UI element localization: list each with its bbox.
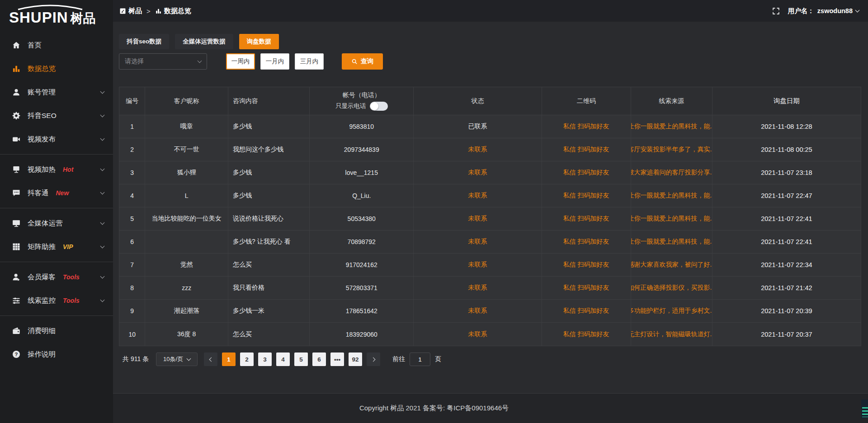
table-row: 5当地比较能吃的一位美女说说价格让我死心50534380未联系私信 扫码加好友让… <box>119 207 861 230</box>
cell-nickname: 36度 8 <box>145 323 228 346</box>
goto-page-input[interactable]: 1 <box>410 352 430 366</box>
cell-status-text: 未联系 <box>468 192 487 200</box>
cell-status-text: 未联系 <box>468 238 487 246</box>
sidebar-item-label: 操作说明 <box>28 350 56 359</box>
sidebar-item-consumption-detail[interactable]: 消费明细 <box>0 319 113 343</box>
cell-source-text[interactable]: 如何正确选择投影仪，买投影... <box>631 284 712 292</box>
page-button-2[interactable]: 2 <box>240 352 254 366</box>
query-button[interactable]: 查询 <box>342 53 383 70</box>
cell-message-text: 多少钱? 让我死心 看 <box>233 238 291 246</box>
sidebar-item-douketong[interactable]: 抖客通New <box>0 181 113 205</box>
cell-number-text: 3 <box>130 169 134 176</box>
page-button-5[interactable]: 5 <box>294 352 308 366</box>
cell-qrcode-text[interactable]: 私信 扫码加好友 <box>563 192 609 200</box>
cell-qrcode: 私信 扫码加好友 <box>542 254 631 276</box>
sidebar-item-home[interactable]: 首页 <box>0 33 113 57</box>
tab-omnimedia-data[interactable]: 全媒体运营数据 <box>175 34 233 49</box>
page-button-6[interactable]: 6 <box>312 352 326 366</box>
cell-qrcode-text[interactable]: 私信 扫码加好友 <box>563 284 609 292</box>
cell-status: 未联系 <box>414 277 542 299</box>
cell-source-text[interactable]: 让你一眼就爱上的黑科技，能... <box>631 215 712 223</box>
page-button-4[interactable]: 4 <box>276 352 290 366</box>
tab-douyin-seo-data[interactable]: 抖音seo数据 <box>119 34 169 49</box>
copyright-text: Copyright 树品 2021 备案号: 粤ICP备09019646号 <box>359 404 509 413</box>
cell-number-text: 5 <box>130 215 134 222</box>
page-more-button[interactable]: ••• <box>330 352 344 366</box>
phone-only-toggle[interactable] <box>370 102 388 111</box>
floating-widget[interactable] <box>861 400 868 418</box>
topbar: 树品 > 数据总览 用户名：zswodun88 <box>113 0 868 22</box>
chevron-down-icon <box>100 297 105 302</box>
cell-source: 让你一眼就爱上的黑科技，能... <box>631 230 712 253</box>
chevron-down-icon <box>100 89 105 94</box>
cell-message: 多少钱 <box>228 161 310 184</box>
next-page-button[interactable] <box>367 352 380 366</box>
sidebar-item-video-heat[interactable]: 视频加热Hot <box>0 158 113 181</box>
cell-status: 未联系 <box>414 138 542 161</box>
page-button-92[interactable]: 92 <box>349 352 362 366</box>
cell-source-text[interactable]: 让你一眼就爱上的黑科技，能... <box>631 238 712 246</box>
cell-source-text[interactable]: 让你一眼就爱上的黑科技，能... <box>631 192 712 200</box>
sidebar-item-video-publish[interactable]: 视频发布 <box>0 127 113 151</box>
sidebar-item-clue-monitor[interactable]: 线索监控Tools <box>0 289 113 312</box>
table-row: 1哦章多少钱9583810已联系私信 扫码加好友让你一眼就爱上的黑科技，能...… <box>119 115 861 138</box>
period-button-one-month[interactable]: 一月内 <box>260 53 289 70</box>
sidebar-item-matrix-boost[interactable]: 矩阵助推VIP <box>0 235 113 258</box>
cell-qrcode-text[interactable]: 私信 扫码加好友 <box>563 215 609 223</box>
cell-qrcode-text[interactable]: 私信 扫码加好友 <box>563 122 609 131</box>
cell-message: 怎么买 <box>228 254 310 276</box>
cell-qrcode-text[interactable]: 私信 扫码加好友 <box>563 169 609 177</box>
cell-nickname-text: 当地比较能吃的一位美女 <box>152 215 222 223</box>
sidebar-badge-tools: Tools <box>63 273 80 281</box>
cell-status-text: 未联系 <box>468 261 487 269</box>
cell-qrcode-text[interactable]: 私信 扫码加好友 <box>563 330 609 338</box>
cell-qrcode-text[interactable]: 私信 扫码加好友 <box>563 261 609 269</box>
cell-source-text[interactable]: 客厅安装投影半年多了，真实... <box>631 146 712 154</box>
cell-date-text: 2021-11-08 00:25 <box>761 146 812 153</box>
cell-account: 572803371 <box>310 277 414 299</box>
sidebar-item-operation-guide[interactable]: ?操作说明 <box>0 343 113 366</box>
sidebar-item-omnimedia-operation[interactable]: 全媒体运营 <box>0 212 113 235</box>
cell-account-text: 70898792 <box>348 238 376 245</box>
tab-inquiry-data[interactable]: 询盘数据 <box>239 34 279 49</box>
cell-source-text[interactable]: 无主灯设计，智能磁吸轨道灯... <box>631 330 712 338</box>
sidebar-item-account-management[interactable]: 账号管理 <box>0 80 113 104</box>
cell-source-text[interactable]: 让你一眼就爱上的黑科技，能... <box>631 122 712 131</box>
cell-qrcode: 私信 扫码加好友 <box>542 138 631 161</box>
cell-date-text: 2021-11-07 22:34 <box>761 261 812 268</box>
chevron-down-icon <box>100 274 105 278</box>
cell-qrcode-text[interactable]: 私信 扫码加好友 <box>563 146 609 154</box>
filter-select[interactable]: 请选择 <box>119 53 207 70</box>
page-button-3[interactable]: 3 <box>258 352 272 366</box>
fullscreen-icon[interactable] <box>772 7 780 15</box>
sidebar-badge-new: New <box>56 189 69 197</box>
sidebar-divider <box>0 262 113 262</box>
sidebar-item-data-overview[interactable]: 数据总览 <box>0 57 113 80</box>
period-button-one-week[interactable]: 一周内 <box>226 53 255 70</box>
cell-date: 2021-11-08 12:28 <box>712 115 861 138</box>
sidebar-item-label: 视频发布 <box>28 135 56 144</box>
cell-qrcode-text[interactable]: 私信 扫码加好友 <box>563 307 609 315</box>
cell-source-text[interactable]: 感谢大家喜欢我家，被问了好... <box>631 261 712 269</box>
prev-page-button[interactable] <box>204 352 217 366</box>
sidebar-item-member-baoke[interactable]: 会员爆客Tools <box>0 265 113 289</box>
help-icon: ? <box>12 350 21 359</box>
cell-qrcode-text[interactable]: 私信 扫码加好友 <box>563 238 609 246</box>
table-row: 9潮起潮落多少钱一米178651642未联系私信 扫码加好友多功能护栏灯，适用于… <box>119 300 861 323</box>
sidebar-item-douyin-seo[interactable]: 抖音SEO <box>0 104 113 127</box>
cell-nickname-text: zzz <box>182 284 191 291</box>
breadcrumb-home[interactable]: 树品 <box>119 7 142 15</box>
cell-status: 未联系 <box>414 300 542 322</box>
cell-message: 说说价格让我死心 <box>228 207 310 230</box>
cell-source: 无主灯设计，智能磁吸轨道灯... <box>631 323 712 346</box>
cell-source-text[interactable]: 被大家追着问的客厅投影分享... <box>631 169 712 177</box>
page-button-1[interactable]: 1 <box>222 352 236 366</box>
period-buttons: 一周内一月内三月内 <box>226 53 324 70</box>
user-menu[interactable]: 用户名：zswodun88 <box>788 7 859 15</box>
page-size-select[interactable]: 10条/页 <box>156 352 198 366</box>
chevron-down-icon <box>100 113 105 117</box>
cell-source-text[interactable]: 多功能护栏灯，适用于乡村文... <box>631 307 712 315</box>
sidebar-item-label: 抖音SEO <box>28 111 57 121</box>
period-button-three-months[interactable]: 三月内 <box>295 53 324 70</box>
table-row: 7觉然怎么买917024162未联系私信 扫码加好友感谢大家喜欢我家，被问了好.… <box>119 254 861 277</box>
